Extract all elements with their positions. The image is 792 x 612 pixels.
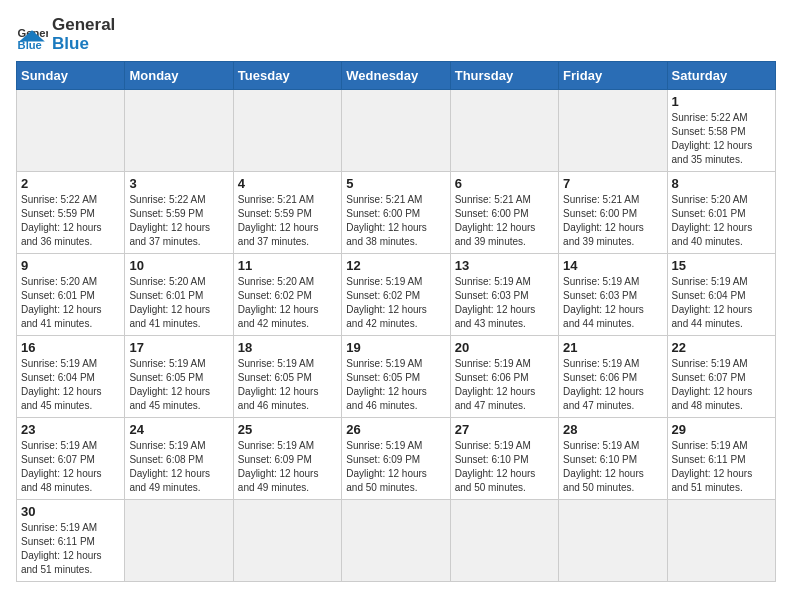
calendar-week-row-2: 9Sunrise: 5:20 AM Sunset: 6:01 PM Daylig… bbox=[17, 254, 776, 336]
day-info: Sunrise: 5:22 AM Sunset: 5:59 PM Dayligh… bbox=[129, 193, 228, 249]
day-info: Sunrise: 5:19 AM Sunset: 6:06 PM Dayligh… bbox=[563, 357, 662, 413]
calendar-day-4: 4Sunrise: 5:21 AM Sunset: 5:59 PM Daylig… bbox=[233, 172, 341, 254]
day-info: Sunrise: 5:19 AM Sunset: 6:07 PM Dayligh… bbox=[672, 357, 771, 413]
day-number: 8 bbox=[672, 176, 771, 191]
day-info: Sunrise: 5:19 AM Sunset: 6:11 PM Dayligh… bbox=[672, 439, 771, 495]
calendar-empty-cell bbox=[233, 90, 341, 172]
logo-icon: General Blue bbox=[16, 19, 48, 51]
day-number: 21 bbox=[563, 340, 662, 355]
calendar-empty-cell bbox=[450, 500, 558, 582]
day-number: 2 bbox=[21, 176, 120, 191]
calendar-day-18: 18Sunrise: 5:19 AM Sunset: 6:05 PM Dayli… bbox=[233, 336, 341, 418]
calendar-week-row-1: 2Sunrise: 5:22 AM Sunset: 5:59 PM Daylig… bbox=[17, 172, 776, 254]
day-info: Sunrise: 5:19 AM Sunset: 6:06 PM Dayligh… bbox=[455, 357, 554, 413]
calendar-empty-cell bbox=[125, 90, 233, 172]
logo: General Blue General Blue bbox=[16, 16, 115, 53]
calendar-day-17: 17Sunrise: 5:19 AM Sunset: 6:05 PM Dayli… bbox=[125, 336, 233, 418]
calendar-day-16: 16Sunrise: 5:19 AM Sunset: 6:04 PM Dayli… bbox=[17, 336, 125, 418]
day-number: 29 bbox=[672, 422, 771, 437]
calendar-day-26: 26Sunrise: 5:19 AM Sunset: 6:09 PM Dayli… bbox=[342, 418, 450, 500]
calendar-week-row-3: 16Sunrise: 5:19 AM Sunset: 6:04 PM Dayli… bbox=[17, 336, 776, 418]
day-number: 4 bbox=[238, 176, 337, 191]
logo-general-text: General bbox=[52, 16, 115, 35]
calendar-day-10: 10Sunrise: 5:20 AM Sunset: 6:01 PM Dayli… bbox=[125, 254, 233, 336]
day-number: 13 bbox=[455, 258, 554, 273]
calendar-empty-cell bbox=[342, 500, 450, 582]
day-info: Sunrise: 5:22 AM Sunset: 5:58 PM Dayligh… bbox=[672, 111, 771, 167]
calendar-empty-cell bbox=[559, 500, 667, 582]
day-info: Sunrise: 5:22 AM Sunset: 5:59 PM Dayligh… bbox=[21, 193, 120, 249]
day-info: Sunrise: 5:20 AM Sunset: 6:01 PM Dayligh… bbox=[129, 275, 228, 331]
weekday-header-monday: Monday bbox=[125, 62, 233, 90]
day-info: Sunrise: 5:19 AM Sunset: 6:10 PM Dayligh… bbox=[455, 439, 554, 495]
day-number: 24 bbox=[129, 422, 228, 437]
calendar-day-15: 15Sunrise: 5:19 AM Sunset: 6:04 PM Dayli… bbox=[667, 254, 775, 336]
weekday-header-thursday: Thursday bbox=[450, 62, 558, 90]
day-number: 25 bbox=[238, 422, 337, 437]
calendar-week-row-4: 23Sunrise: 5:19 AM Sunset: 6:07 PM Dayli… bbox=[17, 418, 776, 500]
calendar-empty-cell bbox=[667, 500, 775, 582]
weekday-header-friday: Friday bbox=[559, 62, 667, 90]
calendar-day-1: 1Sunrise: 5:22 AM Sunset: 5:58 PM Daylig… bbox=[667, 90, 775, 172]
day-info: Sunrise: 5:19 AM Sunset: 6:05 PM Dayligh… bbox=[238, 357, 337, 413]
calendar-day-3: 3Sunrise: 5:22 AM Sunset: 5:59 PM Daylig… bbox=[125, 172, 233, 254]
day-info: Sunrise: 5:19 AM Sunset: 6:08 PM Dayligh… bbox=[129, 439, 228, 495]
day-number: 18 bbox=[238, 340, 337, 355]
calendar-empty-cell bbox=[125, 500, 233, 582]
day-info: Sunrise: 5:19 AM Sunset: 6:09 PM Dayligh… bbox=[238, 439, 337, 495]
calendar-day-29: 29Sunrise: 5:19 AM Sunset: 6:11 PM Dayli… bbox=[667, 418, 775, 500]
day-info: Sunrise: 5:19 AM Sunset: 6:04 PM Dayligh… bbox=[21, 357, 120, 413]
calendar-day-12: 12Sunrise: 5:19 AM Sunset: 6:02 PM Dayli… bbox=[342, 254, 450, 336]
day-number: 1 bbox=[672, 94, 771, 109]
day-info: Sunrise: 5:19 AM Sunset: 6:02 PM Dayligh… bbox=[346, 275, 445, 331]
calendar-day-30: 30Sunrise: 5:19 AM Sunset: 6:11 PM Dayli… bbox=[17, 500, 125, 582]
day-number: 28 bbox=[563, 422, 662, 437]
calendar-day-5: 5Sunrise: 5:21 AM Sunset: 6:00 PM Daylig… bbox=[342, 172, 450, 254]
day-info: Sunrise: 5:19 AM Sunset: 6:03 PM Dayligh… bbox=[455, 275, 554, 331]
weekday-header-wednesday: Wednesday bbox=[342, 62, 450, 90]
day-number: 11 bbox=[238, 258, 337, 273]
calendar-week-row-5: 30Sunrise: 5:19 AM Sunset: 6:11 PM Dayli… bbox=[17, 500, 776, 582]
day-number: 9 bbox=[21, 258, 120, 273]
svg-text:Blue: Blue bbox=[18, 39, 42, 51]
day-number: 15 bbox=[672, 258, 771, 273]
weekday-header-tuesday: Tuesday bbox=[233, 62, 341, 90]
calendar-week-row-0: 1Sunrise: 5:22 AM Sunset: 5:58 PM Daylig… bbox=[17, 90, 776, 172]
day-number: 26 bbox=[346, 422, 445, 437]
calendar-day-7: 7Sunrise: 5:21 AM Sunset: 6:00 PM Daylig… bbox=[559, 172, 667, 254]
weekday-header-row: SundayMondayTuesdayWednesdayThursdayFrid… bbox=[17, 62, 776, 90]
calendar-day-27: 27Sunrise: 5:19 AM Sunset: 6:10 PM Dayli… bbox=[450, 418, 558, 500]
calendar-day-22: 22Sunrise: 5:19 AM Sunset: 6:07 PM Dayli… bbox=[667, 336, 775, 418]
day-number: 5 bbox=[346, 176, 445, 191]
day-number: 17 bbox=[129, 340, 228, 355]
day-info: Sunrise: 5:20 AM Sunset: 6:01 PM Dayligh… bbox=[21, 275, 120, 331]
day-info: Sunrise: 5:20 AM Sunset: 6:01 PM Dayligh… bbox=[672, 193, 771, 249]
day-number: 27 bbox=[455, 422, 554, 437]
day-info: Sunrise: 5:19 AM Sunset: 6:10 PM Dayligh… bbox=[563, 439, 662, 495]
calendar-day-13: 13Sunrise: 5:19 AM Sunset: 6:03 PM Dayli… bbox=[450, 254, 558, 336]
day-info: Sunrise: 5:19 AM Sunset: 6:07 PM Dayligh… bbox=[21, 439, 120, 495]
calendar-day-11: 11Sunrise: 5:20 AM Sunset: 6:02 PM Dayli… bbox=[233, 254, 341, 336]
day-info: Sunrise: 5:19 AM Sunset: 6:05 PM Dayligh… bbox=[129, 357, 228, 413]
day-info: Sunrise: 5:19 AM Sunset: 6:04 PM Dayligh… bbox=[672, 275, 771, 331]
day-number: 12 bbox=[346, 258, 445, 273]
day-info: Sunrise: 5:20 AM Sunset: 6:02 PM Dayligh… bbox=[238, 275, 337, 331]
day-number: 22 bbox=[672, 340, 771, 355]
calendar-empty-cell bbox=[17, 90, 125, 172]
day-number: 10 bbox=[129, 258, 228, 273]
calendar-day-20: 20Sunrise: 5:19 AM Sunset: 6:06 PM Dayli… bbox=[450, 336, 558, 418]
calendar-day-28: 28Sunrise: 5:19 AM Sunset: 6:10 PM Dayli… bbox=[559, 418, 667, 500]
day-number: 30 bbox=[21, 504, 120, 519]
calendar-day-14: 14Sunrise: 5:19 AM Sunset: 6:03 PM Dayli… bbox=[559, 254, 667, 336]
day-number: 16 bbox=[21, 340, 120, 355]
day-number: 7 bbox=[563, 176, 662, 191]
day-number: 3 bbox=[129, 176, 228, 191]
calendar-empty-cell bbox=[450, 90, 558, 172]
day-number: 6 bbox=[455, 176, 554, 191]
calendar-day-2: 2Sunrise: 5:22 AM Sunset: 5:59 PM Daylig… bbox=[17, 172, 125, 254]
day-info: Sunrise: 5:21 AM Sunset: 6:00 PM Dayligh… bbox=[346, 193, 445, 249]
calendar-table: SundayMondayTuesdayWednesdayThursdayFrid… bbox=[16, 61, 776, 582]
page-header: General Blue General Blue bbox=[16, 16, 776, 53]
day-info: Sunrise: 5:21 AM Sunset: 6:00 PM Dayligh… bbox=[563, 193, 662, 249]
weekday-header-saturday: Saturday bbox=[667, 62, 775, 90]
